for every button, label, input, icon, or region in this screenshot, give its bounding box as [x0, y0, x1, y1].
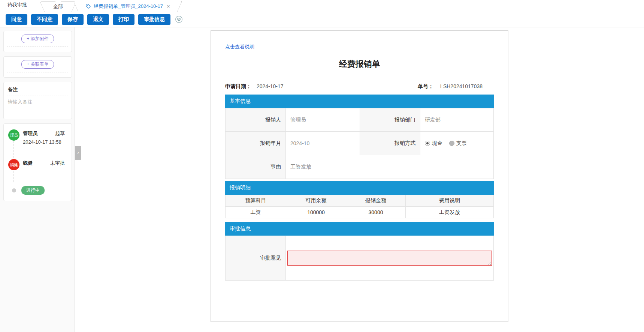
current-step-dot: [12, 188, 16, 192]
apply-date-label: 申请日期：: [225, 83, 251, 89]
return-doc-button[interactable]: 退文: [87, 14, 109, 25]
approval-table: 审批意见: [225, 236, 494, 281]
section-detail-header: 报销明细: [225, 181, 494, 195]
flow-step-drafter: 理员 管理员 起草 2024-10-17 13:58: [8, 129, 67, 145]
flow-step-name: 魏健: [23, 160, 33, 167]
detail-col-header: 可用余额: [286, 195, 346, 207]
disagree-button[interactable]: 不同意: [31, 14, 58, 25]
flow-step-approver: 魏健 魏健 未审批: [8, 159, 67, 170]
apply-date-value: 2024-10-17: [257, 83, 284, 89]
linked-form-card: + 关联表单: [3, 56, 72, 78]
radio-cheque[interactable]: 支票: [449, 140, 467, 147]
detail-col-header: 预算科目: [226, 195, 286, 207]
approval-comment-textarea[interactable]: [287, 251, 492, 266]
flow-state-badge: 进行中: [21, 186, 45, 195]
detail-col-header: 费用说明: [406, 195, 494, 207]
add-attachment-label: 添加附件: [31, 36, 49, 41]
more-actions-button[interactable]: [175, 15, 183, 23]
month-value: 2024-10: [286, 132, 360, 155]
plus-icon: +: [27, 62, 29, 67]
field-label: 报销部门: [360, 108, 420, 132]
flow-step-status: 起草: [55, 130, 65, 137]
radio-unselected-icon: [449, 141, 454, 146]
field-label: 审批意见: [226, 236, 286, 281]
double-chevron-down-icon: [175, 15, 183, 23]
payment-method-radio-group: 现金 支票: [425, 140, 493, 147]
expense-form-card: 点击查看说明 经费报销单 申请日期： 2024-10-17 单号： LSH202…: [211, 30, 508, 322]
tab-bar: 待我审批 全部 经费报销单_管理员_2024-10-17 ×: [0, 0, 644, 12]
toolbar: 同意 不同意 保存 退文 打印 审批信息: [0, 12, 644, 27]
main-area: 点击查看说明 经费报销单 申请日期： 2024-10-17 单号： LSH202…: [75, 27, 644, 332]
chevron-left-icon: ‹: [77, 150, 79, 156]
radio-cash[interactable]: 现金: [425, 140, 442, 147]
flow-step-status: 未审批: [50, 160, 65, 167]
tab-document-label: 经费报销单_管理员_2024-10-17: [94, 3, 163, 10]
section-approval-header: 审批信息: [225, 222, 494, 236]
table-row: 工资 100000 30000 工资发放: [226, 207, 494, 218]
tab-close-icon[interactable]: ×: [167, 3, 170, 9]
basic-info-table: 报销人 管理员 报销部门 研发部 报销年月 2024-10 报销方式 现金: [225, 108, 494, 179]
applicant-value: 管理员: [286, 108, 360, 132]
tab-document[interactable]: 经费报销单_管理员_2024-10-17 ×: [78, 1, 178, 12]
radio-cheque-label: 支票: [456, 140, 467, 147]
tag-icon: [85, 3, 91, 9]
flow-step-time: 2024-10-17 13:58: [23, 139, 65, 145]
serial-label: 单号：: [418, 83, 433, 89]
save-button[interactable]: 保存: [62, 14, 84, 25]
detail-table: 预算科目 可用余额 报销金额 费用说明 工资 100000 30000 工资发放: [225, 195, 494, 218]
radio-cash-label: 现金: [432, 140, 442, 147]
reason-value: 工资发放: [286, 155, 494, 179]
link-form-label: 关联表单: [31, 62, 49, 67]
agree-button[interactable]: 同意: [6, 14, 27, 25]
field-label: 报销年月: [226, 132, 286, 155]
add-attachment-button[interactable]: + 添加附件: [21, 35, 54, 43]
approval-info-button[interactable]: 审批信息: [138, 14, 170, 25]
approval-flow-card: 理员 管理员 起草 2024-10-17 13:58 魏健 魏健 未审批: [3, 123, 72, 201]
print-button[interactable]: 打印: [113, 14, 134, 25]
note-title: 备注: [7, 86, 68, 93]
link-form-button[interactable]: + 关联表单: [21, 60, 54, 69]
view-instructions-link[interactable]: 点击查看说明: [225, 44, 254, 50]
form-meta-row: 申请日期： 2024-10-17 单号： LSH20241017038: [225, 83, 494, 90]
note-input[interactable]: 请输入备注: [7, 96, 68, 117]
sidebar-collapse-handle[interactable]: ‹: [75, 146, 81, 160]
nav-title: 待我审批: [7, 2, 27, 12]
tab-all-label: 全部: [53, 3, 63, 10]
radio-selected-icon: [425, 141, 430, 146]
detail-cell-description: 工资发放: [406, 207, 494, 218]
field-label: 报销方式: [360, 132, 420, 155]
sidebar: + 添加附件 + 关联表单 备注 请输入备注 理员: [0, 27, 75, 332]
field-label: 事由: [226, 155, 286, 179]
attachment-card: + 添加附件: [3, 31, 72, 52]
avatar: 魏健: [8, 159, 19, 170]
detail-cell-amount: 30000: [346, 207, 406, 218]
department-value: 研发部: [420, 108, 494, 132]
tab-all[interactable]: 全部: [44, 2, 72, 12]
flow-step-name: 管理员: [23, 130, 37, 137]
detail-col-header: 报销金额: [346, 195, 406, 207]
detail-cell-subject: 工资: [226, 207, 286, 218]
detail-cell-balance: 100000: [286, 207, 346, 218]
note-card: 备注 请输入备注: [3, 82, 72, 119]
avatar: 理员: [8, 129, 19, 141]
form-title: 经费报销单: [225, 59, 494, 70]
plus-icon: +: [27, 36, 29, 41]
section-basic-header: 基本信息: [225, 95, 494, 108]
serial-value: LSH20241017038: [440, 83, 483, 89]
flow-state-row: 进行中: [8, 186, 67, 196]
field-label: 报销人: [226, 108, 286, 132]
content-area: + 添加附件 + 关联表单 备注 请输入备注 理员: [0, 27, 644, 332]
